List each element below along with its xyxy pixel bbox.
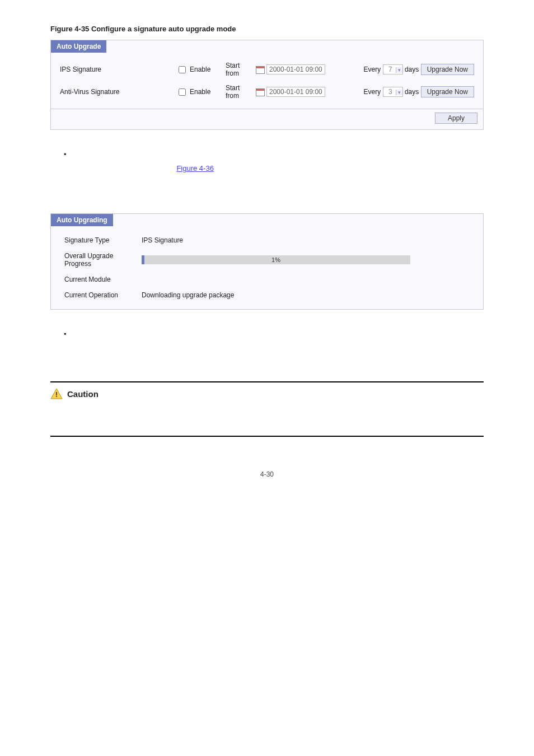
warning-icon: ! (50, 388, 63, 399)
apply-button[interactable]: Apply (435, 113, 477, 124)
ips-datetime-input[interactable]: 2000-01-01 09:00 (266, 64, 325, 74)
ips-enable-label: Enable (190, 66, 210, 73)
divider (50, 381, 484, 382)
av-enable-input[interactable] (179, 88, 186, 96)
chevron-down-icon: ▾ (396, 90, 402, 95)
bullet-enable-checkbox: • Select the Enable check box of an upgr… (64, 330, 484, 354)
av-signature-row: Anti-Virus Signature Enable Start from 2… (58, 81, 476, 103)
ips-label: IPS Signature (58, 58, 174, 81)
caution-block: ! Caution If you specify a past time as … (50, 381, 484, 436)
current-operation-label: Current Operation (60, 288, 136, 302)
bullet-icon: • (64, 150, 75, 187)
overall-progress-bar: 1% (142, 255, 410, 264)
ips-every-value: 7 (383, 65, 396, 74)
av-start-from-label: Start from (223, 81, 254, 103)
ips-enable-input[interactable] (179, 66, 186, 73)
ips-enable-checkbox[interactable]: Enable (176, 64, 210, 75)
auto-upgrading-panel: Auto Upgrading Signature Type IPS Signat… (50, 213, 484, 310)
auto-upgrade-panel: Auto Upgrade IPS Signature Enable Start … (50, 40, 484, 130)
bullet2-text: Select the Enable check box of an upgrad… (75, 330, 484, 354)
av-upgrade-now-button[interactable]: Upgrade Now (421, 86, 474, 97)
av-every-suffix: days (405, 88, 419, 96)
current-module-label: Current Module (60, 272, 136, 287)
bullet-icon: • (64, 330, 75, 354)
ips-start-from-label: Start from (223, 58, 254, 81)
auto-upgrade-tab[interactable]: Auto Upgrade (51, 40, 106, 53)
ips-every-prefix: Every (364, 66, 381, 73)
progress-bar-percent: 1% (142, 255, 410, 264)
overall-progress-label: Overall Upgrade Progress (60, 249, 136, 271)
page-number: 4-30 (50, 470, 484, 478)
av-every-prefix: Every (364, 88, 381, 96)
divider (50, 436, 484, 437)
signature-type-label: Signature Type (60, 233, 136, 248)
bullet-upgrade-now: • Click Upgrade Now of an upgrade item t… (64, 150, 484, 187)
auto-upgrading-tab[interactable]: Auto Upgrading (51, 214, 113, 226)
signature-type-value: IPS Signature (137, 233, 415, 248)
ips-every-suffix: days (405, 66, 419, 73)
av-every-select[interactable]: 3▾ (383, 87, 403, 97)
current-module-value (137, 272, 415, 287)
figure-4-36-link[interactable]: Figure 4-36 (176, 164, 213, 172)
ips-every-select[interactable]: 7▾ (383, 64, 403, 74)
chevron-down-icon: ▾ (396, 67, 402, 73)
calendar-icon[interactable] (256, 88, 265, 96)
ips-signature-row: IPS Signature Enable Start from 2000-01-… (58, 58, 476, 81)
ips-upgrade-now-button[interactable]: Upgrade Now (421, 64, 474, 75)
current-operation-value: Downloading upgrade package (137, 288, 415, 302)
caution-body: If you specify a past time as the start … (50, 405, 484, 430)
figure35-caption: Figure 4-35 Configure a signature auto u… (50, 25, 484, 33)
av-every-value: 3 (383, 87, 396, 96)
calendar-icon[interactable] (256, 66, 265, 74)
svg-text:!: ! (55, 391, 58, 399)
av-label: Anti-Virus Signature (58, 81, 174, 103)
av-enable-checkbox[interactable]: Enable (176, 87, 210, 97)
figure36-caption: Figure 4-36 Auto upgrade progress (50, 198, 484, 207)
av-enable-label: Enable (190, 88, 210, 96)
av-datetime-input[interactable]: 2000-01-01 09:00 (266, 87, 325, 97)
caution-label: Caution (67, 389, 99, 399)
